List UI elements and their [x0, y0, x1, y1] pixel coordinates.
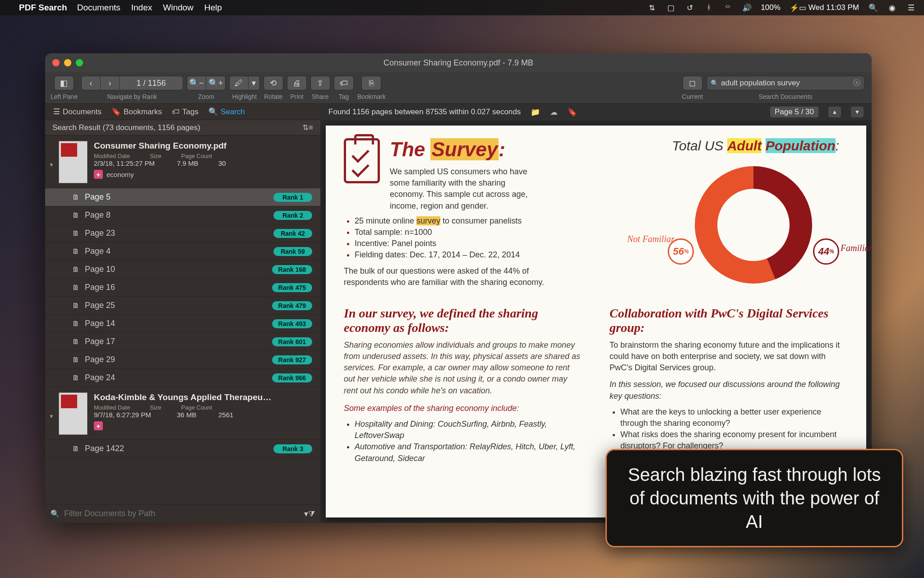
zoom-in-button[interactable]: 🔍+	[206, 76, 225, 90]
current-doc-button[interactable]: ◻	[683, 76, 702, 90]
page-result-row[interactable]: 🗎 Page 10 Rank 168	[45, 261, 320, 279]
search-field[interactable]: 🔍 ⓧ	[707, 76, 864, 90]
siri-icon[interactable]: ◉	[887, 3, 897, 13]
rank-badge: Rank 168	[272, 265, 312, 274]
status-airplay-icon[interactable]: ▢	[666, 3, 676, 13]
cloud-icon[interactable]: ☁︎	[550, 107, 558, 117]
found-summary: Found 1156 pages between 87535 within 0.…	[328, 107, 521, 117]
page-label: Page 23	[85, 228, 268, 238]
rank-badge: Rank 3	[273, 444, 312, 453]
clear-search-button[interactable]: ⓧ	[853, 79, 860, 88]
page-icon: 🗎	[72, 338, 79, 346]
add-tag-button[interactable]: +	[94, 421, 103, 430]
page-label: Page 17	[85, 337, 267, 346]
window-close-button[interactable]	[52, 59, 60, 66]
menu-index[interactable]: Index	[131, 3, 152, 13]
highlight-menu-button[interactable]: ▾	[249, 76, 259, 90]
search-input[interactable]	[721, 79, 853, 88]
page-label: Page 29	[85, 355, 267, 364]
rank-badge: Rank 59	[273, 247, 312, 256]
status-battery-percent[interactable]: 100%	[761, 3, 780, 12]
search-tab-icon: 🔍	[208, 107, 218, 117]
status-timemachine-icon[interactable]: ↺	[685, 3, 695, 13]
expand-chevron-icon[interactable]: ▼	[49, 162, 54, 168]
page-label: Page 10	[85, 265, 267, 274]
status-battery-icon[interactable]: ⚡▭	[790, 3, 799, 13]
status-wifi-icon[interactable]: ⌔	[723, 3, 733, 12]
page-label: Page 25	[85, 301, 267, 310]
spotlight-icon[interactable]: 🔍	[868, 3, 878, 13]
page-icon: 🗎	[72, 247, 79, 256]
document-result[interactable]: ▼ Koda-Kimble & Youngs Applied Therapeu……	[45, 387, 320, 440]
page-up-button[interactable]: ▲	[828, 107, 841, 117]
page-result-row[interactable]: 🗎 Page 25 Rank 479	[45, 297, 320, 315]
folder-icon[interactable]: 📁	[531, 107, 540, 117]
tab-documents[interactable]: ☰Documents	[53, 107, 102, 117]
menu-window[interactable]: Window	[163, 3, 194, 13]
clipboard-icon	[344, 138, 380, 183]
tag-label: Tag	[339, 93, 349, 100]
add-tag-button[interactable]: +	[94, 170, 103, 179]
tab-tags[interactable]: 🏷Tags	[172, 107, 199, 117]
found-bookmark-icon[interactable]: 🔖	[568, 107, 577, 117]
search-results-list[interactable]: ▼ Consumer Sharing Economy.pdf Modified …	[45, 135, 320, 504]
examples-heading: Some examples of the sharing economy inc…	[344, 403, 582, 414]
rank-badge: Rank 493	[272, 319, 312, 328]
page-down-button[interactable]: ▼	[851, 107, 864, 117]
rotate-button[interactable]: ⟲	[264, 76, 283, 90]
page-result-row[interactable]: 🗎 Page 16 Rank 475	[45, 279, 320, 297]
toggle-left-pane-button[interactable]: ◧	[55, 76, 74, 90]
tag-icon: 🏷	[172, 107, 180, 117]
definition-heading: In our survey, we defined the sharing ec…	[344, 306, 582, 335]
page-result-row[interactable]: 🗎 Page 1422 Rank 3	[45, 440, 320, 458]
page-result-row[interactable]: 🗎 Page 24 Rank 966	[45, 369, 320, 387]
bookmark-label: Bookmark	[357, 93, 386, 100]
filter-funnel-button[interactable]: ▾⧩	[304, 509, 315, 519]
active-app-name[interactable]: PDF Search	[19, 3, 67, 13]
toolbar: ◧ Left Pane ‹ › 1 / 1156 Navigate by Ran…	[45, 72, 872, 104]
status-clock[interactable]: Wed 11:03 PM	[808, 3, 859, 12]
nav-prev-button[interactable]: ‹	[82, 76, 101, 90]
tab-bookmarks[interactable]: 🔖Bookmarks	[111, 107, 162, 117]
rank-badge: Rank 601	[272, 337, 312, 346]
page-result-row[interactable]: 🗎 Page 4 Rank 59	[45, 242, 320, 261]
page-result-row[interactable]: 🗎 Page 14 Rank 493	[45, 315, 320, 333]
page-result-row[interactable]: 🗎 Page 23 Rank 42	[45, 224, 320, 242]
status-bluetooth-icon[interactable]: ᚼ	[704, 3, 714, 12]
notifications-icon[interactable]: ☰	[906, 3, 916, 13]
page-result-row[interactable]: 🗎 Page 29 Rank 927	[45, 351, 320, 369]
page-icon: 🗎	[72, 266, 79, 274]
highlight-button[interactable]: 🖊	[230, 76, 249, 90]
tag-button[interactable]: 🏷	[334, 76, 353, 90]
zoom-out-button[interactable]: 🔍−	[187, 76, 206, 90]
window-minimize-button[interactable]	[64, 59, 71, 66]
page-result-row[interactable]: 🗎 Page 17 Rank 601	[45, 333, 320, 351]
window-zoom-button[interactable]	[76, 59, 83, 66]
population-heading: Total US Adult Population:	[672, 138, 839, 154]
page-result-row[interactable]: 🗎 Page 5 Rank 1	[45, 188, 320, 206]
highlight-label: Highlight	[232, 93, 257, 100]
sidebar: ☰Documents 🔖Bookmarks 🏷Tags 🔍Search Sear…	[45, 104, 320, 523]
menu-help[interactable]: Help	[204, 3, 222, 13]
sort-results-button[interactable]: ⇅≡	[302, 123, 313, 132]
bookmark-button[interactable]: ⎘	[362, 76, 381, 90]
page-icon: 🗎	[72, 284, 79, 292]
page-label: Page 8	[85, 210, 268, 220]
document-result[interactable]: ▼ Consumer Sharing Economy.pdf Modified …	[45, 135, 320, 188]
share-button[interactable]: ⇪	[311, 76, 330, 90]
document-tag[interactable]: economy	[106, 171, 134, 178]
menu-documents[interactable]: Documents	[77, 3, 120, 13]
status-sync-icon[interactable]: ⇅	[647, 3, 657, 13]
list-icon: ☰	[53, 107, 60, 117]
status-volume-icon[interactable]: 🔊	[742, 3, 752, 13]
window-titlebar[interactable]: Consumer Sharing Economy.pdf - 7.9 MB	[45, 53, 872, 72]
promo-callout: Search blazing fast through lots of docu…	[605, 449, 903, 547]
page-result-row[interactable]: 🗎 Page 8 Rank 2	[45, 206, 320, 224]
filter-input[interactable]	[64, 509, 300, 518]
print-button[interactable]: 🖨	[287, 76, 306, 90]
page-label: Page 4	[85, 247, 268, 256]
rotate-label: Rotate	[264, 93, 282, 100]
tab-search[interactable]: 🔍Search	[208, 107, 245, 117]
expand-chevron-icon[interactable]: ▼	[49, 413, 54, 420]
nav-next-button[interactable]: ›	[101, 76, 120, 90]
